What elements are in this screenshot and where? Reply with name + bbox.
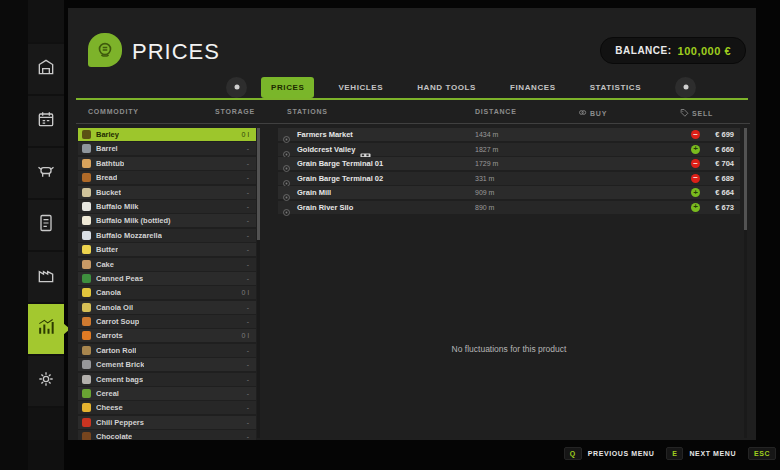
station-row-grain-mill[interactable]: Grain Mill909 m+€ 664 <box>278 186 740 199</box>
left-edge-strip <box>0 0 28 470</box>
sidebar-item-settings-gear[interactable] <box>28 356 64 406</box>
station-distance: 890 m <box>475 204 494 211</box>
price-trend-up-icon: + <box>691 188 700 197</box>
canola-icon <box>82 288 91 297</box>
previous-menu-key[interactable]: Q <box>564 447 582 460</box>
page-title: PRICES <box>132 39 220 65</box>
commodity-row-canola-oil[interactable]: Canola Oil- <box>78 301 256 314</box>
commodity-row-butter[interactable]: Butter- <box>78 243 256 256</box>
commodity-row-cement-bags[interactable]: Cement bags- <box>78 373 256 386</box>
station-marker-icon <box>282 174 291 183</box>
station-name: Farmers Market <box>297 130 353 139</box>
tab-statistics[interactable]: STATISTICS <box>580 77 651 98</box>
station-name: Goldcrest Valley <box>297 145 355 154</box>
commodity-row-canned-peas[interactable]: Canned Peas- <box>78 272 256 285</box>
commodity-row-bathtub[interactable]: Bathtub- <box>78 157 256 170</box>
commodity-storage: - <box>247 189 249 196</box>
sidebar-item-calendar[interactable] <box>28 96 64 146</box>
commodity-row-chili-peppers[interactable]: Chili Peppers- <box>78 416 256 429</box>
tab-nav-left-button[interactable] <box>226 77 247 98</box>
price-trend-up-icon: + <box>691 145 700 154</box>
commodity-row-cement-brick[interactable]: Cement Brick- <box>78 358 256 371</box>
station-row-farmers-market[interactable]: Farmers Market1434 m−€ 699 <box>278 128 740 141</box>
station-row-grain-barge-terminal-01[interactable]: Grain Barge Terminal 011729 m−€ 704 <box>278 157 740 170</box>
esc-key[interactable]: ESC <box>748 447 776 460</box>
commodity-storage: - <box>247 145 249 152</box>
sidebar-empty-cell <box>28 408 64 440</box>
commodity-storage: - <box>247 347 249 354</box>
station-sell-price: € 664 <box>704 188 734 197</box>
commodity-row-buffalo-milk-bottled[interactable]: Buffalo Milk (bottled)- <box>78 214 256 227</box>
sidebar-item-production[interactable] <box>28 252 64 302</box>
station-distance: 331 m <box>475 175 494 182</box>
barley-icon <box>82 130 91 139</box>
commodity-storage: - <box>247 433 249 440</box>
tab-finances[interactable]: FINANCES <box>500 77 566 98</box>
commodity-name: Bucket <box>96 188 121 197</box>
cement-bags-icon <box>82 375 91 384</box>
station-row-grain-barge-terminal-02[interactable]: Grain Barge Terminal 02331 m−€ 689 <box>278 172 740 185</box>
sidebar-item-prices-chart[interactable] <box>28 304 64 354</box>
station-name: Grain River Silo <box>297 203 353 212</box>
commodity-row-cake[interactable]: Cake- <box>78 258 256 271</box>
commodity-row-canola[interactable]: Canola0 l <box>78 286 256 299</box>
station-sell-price: € 673 <box>704 203 734 212</box>
commodity-scrollbar[interactable] <box>257 128 260 438</box>
commodity-name: Cement Brick <box>96 360 144 369</box>
commodity-name: Cake <box>96 260 114 269</box>
station-list: Farmers Market1434 m−€ 699Goldcrest Vall… <box>278 128 740 216</box>
station-sell-price: € 689 <box>704 174 734 183</box>
barrel-icon <box>82 144 91 153</box>
commodity-storage: 0 l <box>242 131 249 138</box>
tab-hand-tools[interactable]: HAND TOOLS <box>407 77 486 98</box>
commodity-row-bread[interactable]: Bread- <box>78 171 256 184</box>
canned-peas-icon <box>82 274 91 283</box>
station-row-goldcrest-valley[interactable]: Goldcrest Valley1827 m+€ 660 <box>278 143 740 156</box>
carrots-icon <box>82 331 91 340</box>
commodity-storage: - <box>247 160 249 167</box>
tab-nav-right-button[interactable] <box>675 77 696 98</box>
commodity-storage: - <box>247 203 249 210</box>
sidebar-empty-cell <box>28 0 64 42</box>
sell-tag-icon <box>680 108 689 118</box>
commodity-row-barley[interactable]: Barley0 l <box>78 128 256 141</box>
tab-prices[interactable]: PRICES <box>261 77 314 98</box>
commodity-row-carton-roll[interactable]: Carton Roll- <box>78 344 256 357</box>
commodity-name: Buffalo Milk (bottled) <box>96 216 171 225</box>
buy-coins-icon <box>578 108 587 118</box>
footer-hints: Q PREVIOUS MENU E NEXT MENU ESC <box>564 444 776 462</box>
commodity-row-buffalo-mozzarella[interactable]: Buffalo Mozzarella- <box>78 229 256 242</box>
no-fluctuations-message: No fluctuations for this product <box>278 344 740 354</box>
prices-screen: PRICES BALANCE: 100,000 € PRICESVEHICLES… <box>0 0 780 470</box>
station-distance: 1434 m <box>475 131 498 138</box>
settings-gear-icon <box>36 369 56 393</box>
commodity-row-carrot-soup[interactable]: Carrot Soup- <box>78 315 256 328</box>
commodity-row-chocolate[interactable]: Chocolate- <box>78 430 256 440</box>
commodity-name: Buffalo Milk <box>96 202 139 211</box>
commodity-row-carrots[interactable]: Carrots0 l <box>78 329 256 342</box>
station-name: Grain Barge Terminal 02 <box>297 174 383 183</box>
commodity-row-bucket[interactable]: Bucket- <box>78 186 256 199</box>
production-icon <box>36 265 56 289</box>
station-row-grain-river-silo[interactable]: Grain River Silo890 m+€ 673 <box>278 201 740 214</box>
tab-vehicles[interactable]: VEHICLES <box>328 77 393 98</box>
cheese-icon <box>82 403 91 412</box>
sidebar-item-contracts[interactable] <box>28 200 64 250</box>
sidebar-item-animals[interactable] <box>28 148 64 198</box>
commodity-storage: - <box>247 390 249 397</box>
sidebar-item-garage[interactable] <box>28 44 64 94</box>
price-trend-down-icon: − <box>691 130 700 139</box>
stations-scrollbar[interactable] <box>744 128 747 438</box>
next-menu-label: NEXT MENU <box>689 450 736 457</box>
commodity-name: Canola Oil <box>96 303 133 312</box>
commodity-row-barrel[interactable]: Barrel- <box>78 142 256 155</box>
commodity-row-cheese[interactable]: Cheese- <box>78 401 256 414</box>
commodity-row-cereal[interactable]: Cereal- <box>78 387 256 400</box>
station-sell-price: € 660 <box>704 145 734 154</box>
commodity-row-buffalo-milk[interactable]: Buffalo Milk- <box>78 200 256 213</box>
station-marker-icon <box>282 130 291 139</box>
station-marker-icon <box>282 203 291 212</box>
contracts-icon <box>36 213 56 237</box>
next-menu-key[interactable]: E <box>666 447 683 460</box>
balance-value: 100,000 € <box>678 45 731 57</box>
